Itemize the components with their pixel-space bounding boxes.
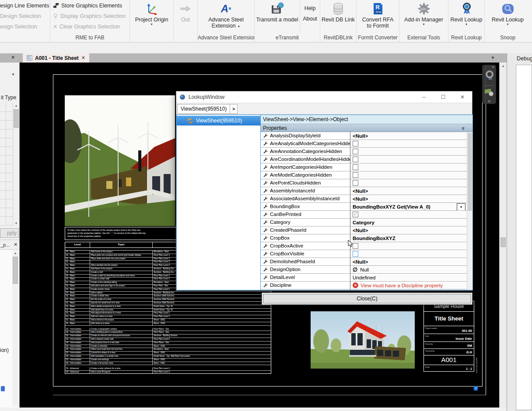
- sheet-note-text: To learn more about the contents of the …: [65, 227, 184, 240]
- magnifier-rosette-icon: [460, 1, 473, 16]
- edit-type-button-fragment[interactable]: it Type: [1, 94, 16, 101]
- project-origin-button[interactable]: Project Origin ▼: [130, 0, 173, 31]
- convert-rfa-button[interactable]: RRFA Convert RFA to FormIt: [357, 0, 399, 31]
- property-row[interactable]: DesignOption ✓ ∅ ✕ Null ▼: [261, 266, 472, 274]
- store-graphics-button[interactable]: Store Graphics Elements: [50, 0, 130, 10]
- minimize-icon[interactable]: ─: [414, 91, 434, 103]
- checkbox[interactable]: ✓: [353, 164, 358, 170]
- scroll-up-icon[interactable]: ▲: [12, 251, 18, 254]
- property-row[interactable]: AreImportCategoriesHidden ✓ ∅ ✕ ▼: [261, 164, 472, 171]
- close-icon[interactable]: ✕: [492, 66, 494, 69]
- scrollbar-thumb[interactable]: [468, 133, 472, 211]
- properties-section-header[interactable]: Properties »: [261, 124, 472, 132]
- tree-item-viewsheet[interactable]: ViewSheet(959510): [177, 116, 260, 125]
- scrollbar-thumb[interactable]: [14, 109, 19, 128]
- breadcrumb-arrow[interactable]: >: [230, 104, 238, 114]
- property-row[interactable]: Category ✓ ∅ ✕ Category ▼: [261, 219, 472, 226]
- navbar-menu-icon[interactable]: ⊖: [483, 99, 496, 103]
- tab-label: A001 - Title Sheet: [35, 55, 79, 61]
- property-row[interactable]: AreAnnotationCategoriesHidden ✓ ∅ ✕ ▼: [261, 148, 472, 156]
- dropdown-arrow[interactable]: ▼: [457, 203, 466, 210]
- property-row[interactable]: AreAnalyticalModelCategoriesHidden ✓ ∅ ✕…: [261, 140, 472, 148]
- cell-level: 02 - Intermediate: [65, 328, 90, 331]
- scroll-down-icon[interactable]: ▼: [13, 222, 19, 225]
- property-row[interactable]: AreModelCategoriesHidden ✓ ∅ ✕ ▼: [261, 171, 472, 179]
- grid-scrollbar[interactable]: [467, 132, 472, 290]
- ribbon-item-label: Convert RFA: [362, 17, 394, 23]
- property-row[interactable]: AssociatedAssemblyInstanceId ✓ ∅ ✕ <Null…: [261, 195, 472, 203]
- wrench-icon: [261, 266, 270, 273]
- wrench-icon: [261, 140, 270, 147]
- tab-list-chevron-icon[interactable]: ▼: [491, 56, 495, 60]
- cell-level: 03 - Advanced: [65, 371, 90, 374]
- checkbox[interactable]: ✓: [353, 180, 358, 186]
- scrollbar-thumb[interactable]: [500, 237, 506, 247]
- property-row[interactable]: CropBoxActive ✓ ∅ ✕ ▼: [261, 242, 472, 250]
- canvas-scrollbar[interactable]: ▲: [499, 63, 507, 408]
- cell-topic: Add a window into the project.: [90, 264, 153, 267]
- dialog-title-bar[interactable]: LookupWindow ─ ☐ ✕: [176, 91, 472, 103]
- addin-manager-button[interactable]: </> Add-in Manager ▼: [399, 0, 448, 31]
- ribbon-group-label: eTransmit: [255, 35, 320, 41]
- property-name: AreAnnotationCategoriesHidden: [270, 148, 350, 155]
- field-label: Project number: [425, 327, 437, 329]
- property-value: <Null>: [353, 196, 368, 202]
- breadcrumb-item[interactable]: ViewSheet(959510): [177, 104, 230, 114]
- property-row[interactable]: AreCoordinationModelHandlesHidden ✓ ∅ ✕ …: [261, 156, 472, 164]
- cell-level: 01 - Basic: [65, 309, 90, 312]
- cell-level: [65, 365, 90, 367]
- ribbon-item-design-line-elements[interactable]: esign Line Elements: [0, 0, 50, 10]
- property-row[interactable]: ArePointCloudsHidden ✓ ∅ ✕ ▼: [261, 179, 472, 187]
- checkbox[interactable]: ✓: [353, 212, 358, 217]
- property-row[interactable]: Discipline ✓ ∅ ✕ View must have a Discip…: [261, 282, 472, 289]
- scroll-up-icon[interactable]: ▲: [500, 64, 507, 67]
- checkbox[interactable]: ✓: [353, 172, 358, 178]
- property-row[interactable]: ✓ ∅ ✕ ▼: [261, 289, 472, 290]
- revit-lookup-button[interactable]: Revit Lookup ▼: [448, 0, 484, 31]
- property-row[interactable]: DemolishedPhaseId ✓ ∅ ✕ <Null> ▼: [261, 258, 472, 266]
- revit-db-link-button[interactable]: Revit DB Link: [320, 0, 356, 31]
- tab-a001-title-sheet[interactable]: A001 - Title Sheet ✕: [23, 53, 89, 63]
- snoop-lookup-button[interactable]: Revit Lookup ▼: [485, 0, 531, 31]
- close-button[interactable]: Close(C): [263, 294, 471, 303]
- tab-close-icon[interactable]: ✕: [81, 55, 85, 61]
- scrollbar-thumb[interactable]: [13, 257, 18, 284]
- scrollbar[interactable]: ▲ ▼: [13, 103, 19, 226]
- svg-text:RFA: RFA: [375, 10, 381, 13]
- checkbox[interactable]: ✓: [353, 157, 358, 162]
- transmit-model-button[interactable]: Transmit a model: [255, 0, 300, 31]
- property-row[interactable]: AnalysisDisplayStyleId ✓ ∅ ✕ <Null> ▼: [261, 132, 472, 140]
- blue-icon-fragment: [1, 386, 5, 391]
- cell-topic: Add floors to the project.: [90, 268, 153, 271]
- expand-chevron-icon[interactable]: »: [460, 127, 467, 130]
- property-value-cell: ✓ ∅ ✕ BoundingBoxXYZ ▼: [350, 234, 472, 242]
- property-row[interactable]: CreatedPhaseId ✓ ∅ ✕ <Null> ▼: [261, 226, 472, 234]
- chevron-down-icon[interactable]: ▼: [11, 73, 15, 77]
- checkbox[interactable]: ✓: [353, 149, 358, 154]
- close-icon[interactable]: ✕: [14, 242, 18, 247]
- close-icon[interactable]: ✕: [453, 91, 472, 103]
- property-name: AreCoordinationModelHandlesHidden: [270, 156, 350, 163]
- chevron-down-icon: ▼: [150, 23, 153, 26]
- advance-steel-button[interactable]: A Advance Steel Extension ▼: [198, 0, 254, 31]
- property-row[interactable]: BoundingBox ✓ ∅ ✕ BoundingBoxXYZ Get(Vie…: [261, 203, 472, 211]
- help-button[interactable]: Help: [304, 5, 316, 11]
- about-button[interactable]: About: [303, 16, 317, 22]
- property-value-cell: ✓ ∅ ✕ ▼: [350, 242, 472, 250]
- property-row[interactable]: CanBePrinted ✓ ∅ ✕ ▼: [261, 211, 472, 219]
- scrollbar[interactable]: ▲: [12, 251, 18, 406]
- property-row[interactable]: CropBoxVisible ✓ ∅ ✕ ▼: [261, 250, 472, 258]
- panel-close-icon[interactable]: ✕: [11, 55, 15, 60]
- checkbox[interactable]: ✓: [353, 251, 358, 257]
- ribbon-group-snoop: Revit Lookup ▼ Snoop: [485, 0, 531, 42]
- help-circle-icon[interactable]: ?: [473, 386, 478, 391]
- wrench-icon: [261, 132, 270, 139]
- navigation-bar[interactable]: ✕ 2D ⊖: [482, 65, 496, 104]
- property-row[interactable]: CropBox ✓ ∅ ✕ BoundingBoxXYZ ▼: [261, 234, 472, 242]
- checkbox[interactable]: ✓: [353, 141, 358, 146]
- property-name: AreModelCategoriesHidden: [270, 171, 350, 179]
- scroll-up-icon[interactable]: ▲: [13, 104, 19, 107]
- property-row[interactable]: AssemblyInstanceId ✓ ∅ ✕ <Null> ▼: [261, 187, 472, 195]
- property-row[interactable]: DetailLevel ✓ ∅ ✕ Undefined ▼: [261, 274, 472, 282]
- maximize-icon[interactable]: ☐: [434, 91, 453, 103]
